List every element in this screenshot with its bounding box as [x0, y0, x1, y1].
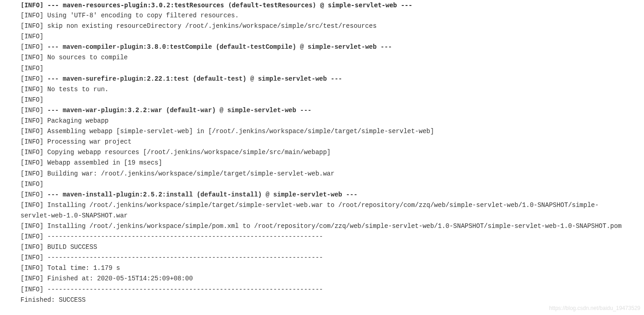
console-line: [INFO] Copying webapp resources [/root/.…: [21, 147, 623, 158]
maven-goal: --- maven-install-plugin:2.5.2:install (…: [47, 191, 358, 198]
console-line: [INFO] skip non existing resourceDirecto…: [21, 21, 623, 31]
console-line: [INFO] Using 'UTF-8' encoding to copy fi…: [21, 10, 623, 21]
maven-goal: --- maven-surefire-plugin:2.22.1:test (d…: [47, 75, 342, 83]
console-line: [INFO] No tests to run.: [21, 84, 623, 95]
console-line: [INFO] ---------------------------------…: [21, 232, 623, 242]
console-line-build-success: [INFO] BUILD SUCCESS: [21, 242, 623, 253]
maven-goal: --- maven-compiler-plugin:3.8.0:testComp…: [47, 43, 392, 51]
console-line-finished-at: [INFO] Finished at: 2020-05-15T14:25:09+…: [21, 274, 623, 284]
console-line: [INFO] Assembling webapp [simple-servlet…: [21, 126, 623, 137]
console-line: [INFO] --- maven-install-plugin:2.5.2:in…: [21, 190, 623, 200]
console-line: [INFO]: [21, 179, 623, 190]
console-line: [INFO] --- maven-war-plugin:3.2.2:war (d…: [21, 105, 623, 116]
console-line: [INFO] Webapp assembled in [19 msecs]: [21, 158, 623, 168]
console-line: [INFO] Installing /root/.jenkins/workspa…: [21, 200, 623, 221]
console-line: [INFO] Packaging webapp: [21, 116, 623, 126]
console-line: [INFO] Processing war project: [21, 137, 623, 147]
console-line: [INFO] --- maven-resources-plugin:3.0.2:…: [21, 0, 623, 10]
console-line: [INFO]: [21, 95, 623, 105]
console-line-finished-status: Finished: SUCCESS: [21, 295, 623, 305]
console-line: [INFO] Building war: /root/.jenkins/work…: [21, 169, 623, 179]
console-line: [INFO] ---------------------------------…: [21, 253, 623, 263]
console-line: [INFO]: [21, 31, 623, 42]
console-line: [INFO] --- maven-compiler-plugin:3.8.0:t…: [21, 42, 623, 52]
maven-goal: --- maven-war-plugin:3.2.2:war (default-…: [47, 107, 312, 114]
console-line: [INFO] --- maven-surefire-plugin:2.22.1:…: [21, 74, 623, 84]
console-line: [INFO]: [21, 63, 623, 74]
console-line: [INFO] Installing /root/.jenkins/workspa…: [21, 221, 623, 232]
console-line: [INFO] No sources to compile: [21, 52, 623, 63]
console-line-total-time: [INFO] Total time: 1.179 s: [21, 263, 623, 274]
console-line: [INFO] ---------------------------------…: [21, 284, 623, 295]
